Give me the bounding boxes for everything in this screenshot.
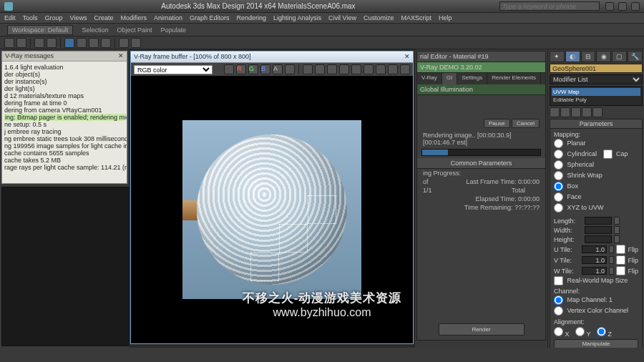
- width-spinner[interactable]: [585, 226, 612, 234]
- modifier-item[interactable]: Editable Poly: [552, 96, 640, 104]
- undo-icon[interactable]: [4, 38, 14, 48]
- ribbon-populate[interactable]: Populate: [160, 26, 186, 34]
- help-icon[interactable]: [631, 2, 640, 11]
- length-spinner[interactable]: [585, 217, 612, 225]
- show-result-icon[interactable]: [560, 107, 570, 117]
- menu-customize[interactable]: Customize: [364, 14, 394, 21]
- unique-icon[interactable]: [571, 107, 581, 117]
- menu-rendering[interactable]: Rendering: [237, 14, 267, 21]
- vtile-spinner[interactable]: 1.0: [582, 256, 607, 264]
- ribbon-objectpaint[interactable]: Object Paint: [117, 26, 152, 34]
- parameters-rollout: Parameters Mapping: Planar Cylindrical C…: [550, 119, 643, 348]
- vfb-clear-icon[interactable]: [303, 64, 313, 74]
- map-planar[interactable]: Planar: [554, 138, 638, 149]
- height-spinner[interactable]: [585, 235, 612, 243]
- tab-gi[interactable]: GI: [442, 73, 457, 84]
- move-icon[interactable]: [77, 38, 87, 48]
- menu-views[interactable]: Views: [70, 14, 87, 21]
- map-cylindrical[interactable]: Cylindrical Cap: [554, 149, 638, 160]
- rotate-icon[interactable]: [89, 38, 99, 48]
- vfb-close-icon[interactable]: ✕: [404, 53, 410, 61]
- vfb-mono-icon[interactable]: [285, 64, 295, 74]
- ribbon-selection[interactable]: Selection: [82, 26, 108, 34]
- close-icon[interactable]: ✕: [118, 52, 124, 60]
- map-box[interactable]: Box: [554, 181, 638, 192]
- align-y[interactable]: Y: [575, 331, 590, 338]
- infocenter-input[interactable]: [499, 1, 600, 11]
- tab-vray[interactable]: V-Ray: [417, 73, 442, 84]
- menu-civilview[interactable]: Civil View: [328, 14, 356, 21]
- vfb-a-icon[interactable]: A: [273, 64, 283, 74]
- tab-settings[interactable]: Settings: [457, 73, 487, 84]
- link-icon[interactable]: [34, 38, 44, 48]
- menu-tools[interactable]: Tools: [23, 14, 38, 21]
- align-z[interactable]: Z: [597, 331, 612, 338]
- map-channel-radio[interactable]: Map Channel: 1: [554, 295, 638, 305]
- vfb-b-icon[interactable]: B: [260, 64, 270, 74]
- object-name-field[interactable]: GeoSphere001: [550, 64, 643, 73]
- gi-rollout-header[interactable]: Global Illumination: [417, 84, 545, 95]
- vfb-track-icon[interactable]: [339, 64, 349, 74]
- viewport-left[interactable]: [1, 187, 129, 346]
- cancel-button[interactable]: Cancel: [512, 119, 540, 128]
- menu-grapheditors[interactable]: Graph Editors: [190, 14, 230, 21]
- cp-motion-icon[interactable]: ◉: [596, 51, 611, 62]
- modifier-list-dropdown[interactable]: Modifier List: [550, 74, 643, 84]
- vfb-channel-select[interactable]: RGB color: [134, 65, 213, 74]
- angle-snap-icon[interactable]: [131, 38, 141, 48]
- vfb-info-icon[interactable]: [364, 64, 374, 74]
- vfb-g-icon[interactable]: G: [248, 64, 258, 74]
- menu-help[interactable]: Help: [439, 14, 452, 21]
- vfb-r-icon[interactable]: R: [236, 64, 246, 74]
- realworld-check[interactable]: Real-World Map Size: [554, 276, 628, 285]
- menu-edit[interactable]: Edit: [4, 14, 16, 21]
- modifier-stack[interactable]: UVW Map Editable Poly: [550, 86, 643, 106]
- pin-stack-icon[interactable]: [550, 107, 560, 117]
- vfb-srgb-icon[interactable]: [400, 64, 410, 74]
- vfb-save-icon[interactable]: [224, 64, 234, 74]
- cp-modify-icon[interactable]: ◐: [565, 51, 580, 62]
- cp-create-icon[interactable]: ✦: [550, 51, 565, 62]
- wtile-spinner[interactable]: 1.0: [582, 267, 607, 275]
- common-params-header[interactable]: Common Parameters: [417, 158, 545, 169]
- modifier-item[interactable]: UVW Map: [552, 88, 640, 96]
- signin-icon[interactable]: [618, 2, 627, 11]
- menu-maxscript[interactable]: MAXScript: [401, 14, 431, 21]
- menu-lighting[interactable]: Lighting Analysis: [273, 14, 321, 21]
- cp-utilities-icon[interactable]: 🔧: [628, 51, 643, 62]
- vfb-history-icon[interactable]: [315, 64, 325, 74]
- ribbon-bar: Workspace: Default Selection Object Pain…: [0, 24, 644, 36]
- menu-group[interactable]: Group: [45, 14, 63, 21]
- map-spherical[interactable]: Spherical: [554, 160, 638, 170]
- cp-hierarchy-icon[interactable]: ⊟: [581, 51, 596, 62]
- remove-mod-icon[interactable]: [582, 107, 592, 117]
- menu-modifiers[interactable]: Modifiers: [120, 14, 147, 21]
- tab-renderelements[interactable]: Render Elements: [487, 73, 541, 84]
- vfb-clamp-icon[interactable]: [351, 64, 361, 74]
- vfb-region-icon[interactable]: [327, 64, 337, 74]
- snap-icon[interactable]: [119, 38, 129, 48]
- map-face[interactable]: Face: [554, 192, 638, 202]
- vfb-cc-icon[interactable]: [376, 64, 386, 74]
- align-x[interactable]: X: [554, 331, 570, 338]
- redo-icon[interactable]: [16, 38, 26, 48]
- pause-button[interactable]: Pause: [484, 119, 510, 128]
- unlink-icon[interactable]: [47, 38, 57, 48]
- parameters-header[interactable]: Parameters: [550, 119, 642, 129]
- menu-animation[interactable]: Animation: [154, 14, 182, 21]
- config-icon[interactable]: [592, 107, 602, 117]
- search-icon[interactable]: [605, 2, 614, 11]
- map-shrinkwrap[interactable]: Shrink Wrap: [554, 170, 638, 181]
- manipulate-button[interactable]: Manipulate: [554, 339, 638, 348]
- map-xyz[interactable]: XYZ to UVW: [554, 202, 638, 213]
- menu-create[interactable]: Create: [94, 14, 113, 21]
- workspace-selector[interactable]: Workspace: Default: [7, 25, 73, 35]
- cp-display-icon[interactable]: ▢: [612, 51, 627, 62]
- utile-spinner[interactable]: 1.0: [582, 245, 607, 253]
- scale-icon[interactable]: [101, 38, 111, 48]
- select-icon[interactable]: [64, 38, 74, 48]
- render-button[interactable]: Render: [439, 323, 525, 336]
- vertex-color-radio[interactable]: Vertex Color Channel: [554, 305, 638, 316]
- vfb-viewport[interactable]: [131, 76, 413, 343]
- vfb-curves-icon[interactable]: [388, 64, 398, 74]
